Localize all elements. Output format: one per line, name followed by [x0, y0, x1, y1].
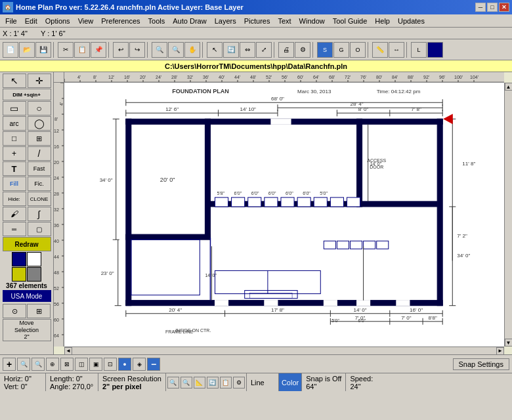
tool-line2[interactable]: ═: [3, 222, 26, 236]
zoom-icon-6[interactable]: ▣: [89, 358, 102, 371]
tb-ortho[interactable]: O: [350, 42, 366, 58]
tool-line[interactable]: /: [28, 146, 51, 161]
tb-grid[interactable]: G: [333, 42, 349, 58]
menu-preferences[interactable]: Preferences: [97, 16, 144, 26]
tool-arc[interactable]: arc: [3, 116, 26, 131]
status-icon-4[interactable]: 🔄: [207, 377, 219, 388]
scrollbar-right[interactable]: ▲ ▼: [504, 83, 512, 346]
color-swatch-light[interactable]: [27, 252, 41, 266]
scrollbar-bottom[interactable]: ◄ ►: [64, 346, 504, 354]
status-color-btn[interactable]: Color: [279, 373, 302, 391]
color-swatch-gray[interactable]: [27, 267, 41, 282]
zoom-icon-1[interactable]: 🔍: [17, 358, 30, 371]
tool-crosshair[interactable]: ✛: [28, 74, 51, 88]
status-icon-3[interactable]: 📐: [194, 377, 205, 388]
menu-edit[interactable]: Edit: [21, 16, 41, 26]
zoom-icon-7[interactable]: ⊡: [104, 358, 117, 371]
tb-properties[interactable]: ⚙: [295, 42, 310, 58]
tb-dimension[interactable]: ↔: [389, 42, 404, 58]
scroll-down-btn[interactable]: ▼: [505, 339, 513, 346]
menu-window[interactable]: Window: [295, 16, 329, 26]
tb-print[interactable]: 🖨: [278, 42, 294, 58]
zoom-icon-9[interactable]: ◈: [133, 358, 146, 371]
tb-pan[interactable]: ✋: [184, 42, 200, 58]
screen-res-label: Screen Resolution: [102, 375, 161, 383]
drawing-canvas[interactable]: FOUNDATION PLAN Marc 30, 2013 Time: 04:1…: [64, 83, 504, 346]
tb-zoom-out[interactable]: 🔍: [168, 42, 184, 58]
tool-clone[interactable]: CLONE: [28, 192, 51, 206]
tb-zoom-in[interactable]: 🔍: [152, 42, 167, 58]
add-button[interactable]: +: [3, 358, 16, 371]
move-selection-btn[interactable]: MoveSelection2": [3, 319, 51, 341]
usa-mode-btn[interactable]: USA Mode: [3, 290, 51, 302]
menu-auto-draw[interactable]: Auto Draw: [169, 16, 210, 26]
tool-square[interactable]: □: [3, 131, 26, 146]
tool-fill[interactable]: Fill: [3, 177, 26, 191]
tool-icon-a[interactable]: ⊙: [3, 304, 26, 318]
tb-measure[interactable]: 📏: [372, 42, 388, 58]
snap-settings-button[interactable]: Snap Settings: [453, 358, 510, 370]
tb-scale[interactable]: ⤢: [256, 42, 272, 58]
tool-rect[interactable]: ▭: [3, 101, 26, 116]
tool-circle[interactable]: ○: [28, 101, 51, 116]
status-icon-5[interactable]: 📋: [220, 377, 232, 388]
menu-updates[interactable]: Updates: [394, 16, 429, 26]
tb-select[interactable]: ↖: [207, 42, 223, 58]
menu-text[interactable]: Text: [274, 16, 295, 26]
svg-text:8' 0": 8' 0": [358, 106, 369, 112]
tool-text[interactable]: T: [3, 161, 26, 176]
tool-box[interactable]: ▢: [28, 222, 51, 236]
tool-cross[interactable]: +: [3, 146, 26, 161]
color-swatch-yellow[interactable]: [12, 267, 26, 282]
tb-snap-toggle[interactable]: S: [317, 42, 333, 58]
tool-icon-b[interactable]: ⊞: [27, 304, 51, 318]
menu-file[interactable]: File: [1, 16, 21, 26]
scroll-left-btn[interactable]: ◄: [64, 347, 72, 355]
scroll-up-btn[interactable]: ▲: [505, 83, 513, 91]
tb-cut[interactable]: ✂: [58, 42, 74, 58]
status-icon-1[interactable]: 🔍: [167, 377, 179, 388]
zoom-icon-8[interactable]: ●: [118, 358, 131, 371]
menu-tool-guide[interactable]: Tool Guide: [329, 16, 372, 26]
tb-save[interactable]: 💾: [35, 42, 51, 58]
tool-brush[interactable]: 🖌: [3, 207, 26, 221]
tool-arrow[interactable]: ↖: [3, 74, 26, 88]
tb-open[interactable]: 📂: [19, 42, 35, 58]
svg-text:14' 10": 14' 10": [240, 106, 256, 112]
tb-layer[interactable]: L: [411, 42, 427, 58]
tool-hide[interactable]: Hide:: [3, 192, 26, 206]
zoom-icon-3[interactable]: ⊕: [46, 358, 59, 371]
menu-help[interactable]: Help: [371, 16, 394, 26]
tool-grid[interactable]: ⊞: [28, 131, 51, 146]
tb-redo[interactable]: ↪: [129, 42, 145, 58]
menu-pictures[interactable]: Pictures: [240, 16, 274, 26]
tb-copy[interactable]: 📋: [74, 42, 90, 58]
minimize-button[interactable]: ─: [475, 3, 486, 12]
tb-color-btn[interactable]: [427, 42, 443, 58]
close-button[interactable]: ✕: [499, 3, 509, 12]
zoom-icon-4[interactable]: ⊠: [60, 358, 74, 371]
tool-ellipse[interactable]: ◯: [28, 116, 51, 131]
menu-tools[interactable]: Tools: [144, 16, 169, 26]
zoom-icon-2[interactable]: 🔍: [32, 358, 45, 371]
menu-view[interactable]: View: [74, 16, 98, 26]
zoom-icon-5[interactable]: ◫: [75, 358, 88, 371]
color-swatch-dark[interactable]: [12, 252, 26, 266]
tb-mirror[interactable]: ⇔: [240, 42, 255, 58]
status-icon-6[interactable]: ⚙: [233, 377, 245, 388]
scroll-right-btn[interactable]: ►: [496, 347, 504, 355]
status-icon-2[interactable]: 🔍: [181, 377, 192, 388]
canvas-area[interactable]: 4' 8' 12' 16' 20' 24' 28' 32' 36' 40': [54, 72, 512, 354]
minus-button[interactable]: −: [147, 358, 160, 371]
tool-curve[interactable]: ∫: [28, 207, 51, 221]
tb-undo[interactable]: ↩: [113, 42, 129, 58]
redraw-button[interactable]: Redraw: [3, 237, 51, 251]
maximize-button[interactable]: □: [487, 3, 498, 12]
tb-rotate[interactable]: 🔄: [223, 42, 239, 58]
menu-layers[interactable]: Layers: [211, 16, 240, 26]
tool-fill2[interactable]: Fic.: [28, 177, 51, 191]
tb-paste[interactable]: 📌: [91, 42, 106, 58]
menu-options[interactable]: Options: [41, 16, 74, 26]
tool-fast-text[interactable]: Fast: [28, 161, 51, 176]
tb-new[interactable]: 📄: [3, 42, 18, 58]
